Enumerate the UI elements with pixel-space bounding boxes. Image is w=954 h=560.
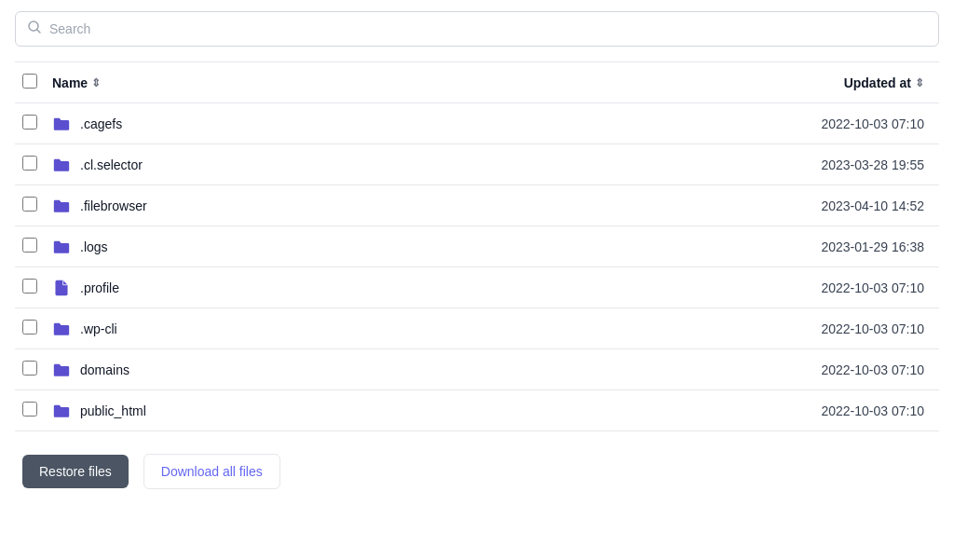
- row-updated-cell: 2023-01-29 16:38: [813, 226, 939, 267]
- file-name-text: .wp-cli: [80, 321, 117, 336]
- row-name-cell: public_html: [45, 390, 813, 431]
- select-all-checkbox[interactable]: [22, 74, 37, 89]
- row-checkbox-cell: [15, 390, 45, 431]
- folder-icon: [52, 239, 71, 254]
- row-updated-cell: 2023-03-28 19:55: [813, 144, 939, 185]
- row-updated-cell: 2022-10-03 07:10: [813, 267, 939, 308]
- table-row: .logs2023-01-29 16:38: [15, 226, 939, 267]
- table-row: .filebrowser2023-04-10 14:52: [15, 185, 939, 226]
- row-checkbox-cell: [15, 226, 45, 267]
- updated-sort-icon: ⇕: [915, 76, 924, 89]
- table-row: .wp-cli2022-10-03 07:10: [15, 308, 939, 349]
- file-table: Name ⇕ Updated at ⇕ .cagefs2022-10-03 07…: [15, 61, 939, 431]
- row-checkbox-cell: [15, 267, 45, 308]
- name-column-header: Name ⇕: [45, 62, 813, 103]
- file-name-text: .profile: [80, 280, 119, 295]
- row-name-cell: domains: [45, 349, 813, 390]
- folder-icon: [52, 116, 71, 131]
- table-row: .cl.selector2023-03-28 19:55: [15, 144, 939, 185]
- row-updated-cell: 2022-10-03 07:10: [813, 308, 939, 349]
- file-name-text: public_html: [80, 403, 146, 418]
- header-checkbox-cell: [15, 62, 45, 103]
- row-checkbox[interactable]: [22, 238, 37, 253]
- table-body: .cagefs2022-10-03 07:10 .cl.selector2023…: [15, 103, 939, 431]
- row-checkbox[interactable]: [22, 156, 37, 171]
- search-input[interactable]: [49, 21, 927, 36]
- row-checkbox[interactable]: [22, 197, 37, 212]
- row-checkbox[interactable]: [22, 402, 37, 417]
- row-name-cell: .cagefs: [45, 103, 813, 144]
- folder-icon: [52, 321, 71, 336]
- file-icon: [52, 280, 71, 295]
- file-name-text: .logs: [80, 239, 108, 254]
- row-checkbox-cell: [15, 144, 45, 185]
- file-name-text: .cagefs: [80, 116, 122, 131]
- folder-icon: [52, 403, 71, 418]
- row-name-cell: .filebrowser: [45, 185, 813, 226]
- name-sort-icon: ⇕: [91, 76, 101, 89]
- row-updated-cell: 2022-10-03 07:10: [813, 390, 939, 431]
- file-name-text: .filebrowser: [80, 198, 147, 213]
- row-checkbox[interactable]: [22, 361, 37, 376]
- row-checkbox[interactable]: [22, 279, 37, 294]
- footer: Restore files Download all files: [15, 431, 939, 504]
- table-row: public_html2022-10-03 07:10: [15, 390, 939, 431]
- row-name-cell: .logs: [45, 226, 813, 267]
- row-checkbox-cell: [15, 308, 45, 349]
- updated-sort-button[interactable]: Updated at ⇕: [821, 75, 924, 90]
- row-updated-cell: 2022-10-03 07:10: [813, 349, 939, 390]
- svg-line-1: [37, 30, 41, 34]
- restore-files-button[interactable]: Restore files: [22, 455, 129, 488]
- row-checkbox[interactable]: [22, 115, 37, 130]
- row-updated-cell: 2022-10-03 07:10: [813, 103, 939, 144]
- search-bar: [15, 11, 939, 47]
- row-name-cell: .profile: [45, 267, 813, 308]
- download-all-files-button[interactable]: Download all files: [143, 454, 280, 489]
- row-updated-cell: 2023-04-10 14:52: [813, 185, 939, 226]
- table-header-row: Name ⇕ Updated at ⇕: [15, 62, 939, 103]
- row-checkbox-cell: [15, 349, 45, 390]
- main-container: Name ⇕ Updated at ⇕ .cagefs2022-10-03 07…: [0, 0, 954, 515]
- table-row: .cagefs2022-10-03 07:10: [15, 103, 939, 144]
- table-row: .profile2022-10-03 07:10: [15, 267, 939, 308]
- row-checkbox[interactable]: [22, 320, 37, 335]
- table-row: domains2022-10-03 07:10: [15, 349, 939, 390]
- row-name-cell: .cl.selector: [45, 144, 813, 185]
- row-checkbox-cell: [15, 185, 45, 226]
- folder-icon: [52, 198, 71, 213]
- row-name-cell: .wp-cli: [45, 308, 813, 349]
- updated-at-column-header: Updated at ⇕: [813, 62, 939, 103]
- folder-icon: [52, 362, 71, 377]
- folder-icon: [52, 157, 71, 172]
- row-checkbox-cell: [15, 103, 45, 144]
- search-icon: [27, 20, 42, 38]
- file-name-text: domains: [80, 362, 129, 377]
- name-sort-button[interactable]: Name ⇕: [52, 75, 806, 90]
- file-name-text: .cl.selector: [80, 157, 143, 172]
